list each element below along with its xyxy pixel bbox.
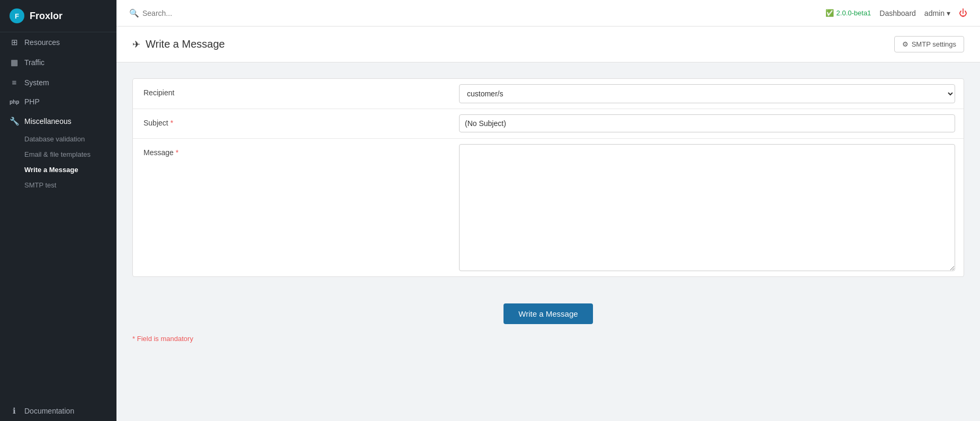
sidebar-label-resources: Resources: [24, 38, 60, 47]
smtp-settings-label: SMTP settings: [912, 40, 956, 48]
subject-row: Subject *: [133, 109, 964, 139]
system-icon: ≡: [10, 78, 19, 87]
sidebar-label-documentation: Documentation: [24, 407, 74, 415]
recipient-row: Recipient customer/s admin/s all: [133, 79, 964, 109]
send-icon: ✈: [132, 39, 140, 50]
search-wrap: 🔍: [129, 8, 238, 18]
traffic-icon: ▦: [10, 58, 19, 67]
sidebar-item-documentation[interactable]: ℹ Documentation: [0, 401, 116, 421]
content: ✈ Write a Message ⚙ SMTP settings Recipi…: [116, 26, 980, 421]
smtp-settings-button[interactable]: ⚙ SMTP settings: [894, 36, 964, 52]
subject-input[interactable]: [459, 114, 955, 132]
main-area: 🔍 ✅ 2.0.0-beta1 Dashboard admin ▾ ⏻ ✈ Wr…: [116, 0, 980, 421]
app-name: Froxlor: [30, 11, 62, 22]
sidebar-label-miscellaneous: Miscellaneous: [24, 117, 71, 126]
mandatory-asterisk: *: [132, 335, 135, 343]
page-title-wrap: ✈ Write a Message: [132, 38, 225, 50]
sidebar-label-traffic: Traffic: [24, 58, 44, 67]
subject-required-marker: *: [170, 119, 173, 127]
power-icon[interactable]: ⏻: [959, 8, 967, 18]
submit-button[interactable]: Write a Message: [504, 303, 592, 324]
sidebar-sub-label-smtp-test: SMTP test: [24, 181, 56, 189]
sidebar-item-php[interactable]: php PHP: [0, 92, 116, 111]
sidebar-logo: F Froxlor: [0, 0, 116, 32]
page-header: ✈ Write a Message ⚙ SMTP settings: [116, 26, 980, 62]
check-icon: ✅: [825, 9, 834, 17]
sidebar-label-system: System: [24, 78, 49, 87]
logo-icon: F: [10, 8, 24, 23]
submit-label: Write a Message: [518, 309, 578, 318]
chevron-down-icon: ▾: [947, 9, 950, 17]
sidebar-label-php: PHP: [24, 97, 40, 106]
subject-label: Subject *: [133, 109, 451, 136]
message-form-card: Recipient customer/s admin/s all Subject…: [132, 78, 964, 277]
topbar-right: ✅ 2.0.0-beta1 Dashboard admin ▾ ⏻: [825, 8, 967, 18]
topbar: 🔍 ✅ 2.0.0-beta1 Dashboard admin ▾ ⏻: [116, 0, 980, 26]
message-field: [451, 139, 964, 276]
search-icon: 🔍: [129, 8, 139, 18]
dashboard-link[interactable]: Dashboard: [879, 9, 916, 17]
message-textarea[interactable]: [459, 144, 955, 271]
form-submit-area: Write a Message: [116, 293, 980, 335]
version-label: 2.0.0-beta1: [837, 9, 871, 17]
admin-dropdown[interactable]: admin ▾: [924, 9, 950, 17]
sidebar-item-miscellaneous[interactable]: 🔧 Miscellaneous: [0, 111, 116, 131]
sidebar-item-email-file-templates[interactable]: Email & file templates: [0, 147, 116, 162]
sidebar-item-resources[interactable]: ⊞ Resources: [0, 32, 116, 52]
message-required-marker: *: [176, 148, 178, 157]
documentation-icon: ℹ: [10, 406, 19, 416]
sidebar-item-traffic[interactable]: ▦ Traffic: [0, 52, 116, 73]
admin-label: admin: [924, 9, 945, 17]
message-row: Message *: [133, 139, 964, 276]
sidebar-item-smtp-test[interactable]: SMTP test: [0, 177, 116, 193]
miscellaneous-icon: 🔧: [10, 117, 19, 126]
subject-field: [451, 109, 964, 138]
mandatory-text: Field is mandatory: [137, 335, 193, 343]
message-label: Message *: [133, 139, 451, 165]
sidebar-item-system[interactable]: ≡ System: [0, 73, 116, 92]
page-title: Write a Message: [146, 38, 225, 50]
sidebar-sub-label-write-a-message: Write a Message: [24, 166, 78, 174]
sidebar-sub-label-email-file-templates: Email & file templates: [24, 150, 91, 158]
version-badge: ✅ 2.0.0-beta1: [825, 9, 871, 17]
sidebar-sub-label-database-validation: Database validation: [24, 135, 85, 143]
mandatory-note: * Field is mandatory: [116, 335, 980, 353]
php-icon: php: [10, 99, 19, 105]
gear-icon: ⚙: [902, 40, 909, 48]
search-input[interactable]: [142, 9, 238, 17]
recipient-field: customer/s admin/s all: [451, 79, 964, 109]
sidebar: F Froxlor ⊞ Resources ▦ Traffic ≡ System…: [0, 0, 116, 421]
sidebar-item-write-a-message[interactable]: Write a Message: [0, 162, 116, 177]
recipient-label: Recipient: [133, 79, 451, 105]
recipient-select[interactable]: customer/s admin/s all: [459, 84, 955, 103]
sidebar-item-database-validation[interactable]: Database validation: [0, 131, 116, 147]
resources-icon: ⊞: [10, 38, 19, 47]
